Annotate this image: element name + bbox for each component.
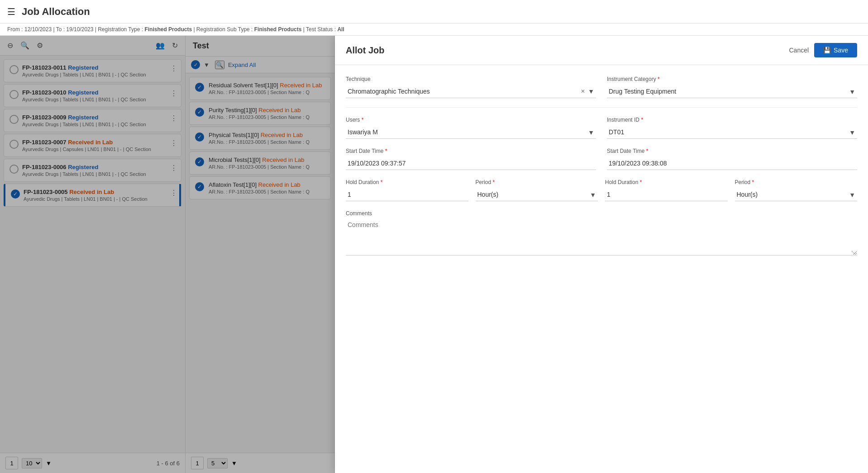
allot-body: Technique Chromatographic Techniques ✕ ▼…	[335, 65, 868, 473]
period-right-group: Period * Hour(s) Minute(s) Day(s) ▼	[735, 179, 858, 201]
hold-duration-right-input[interactable]	[605, 188, 728, 201]
period-left-group: Period * Hour(s) Minute(s) Day(s) ▼	[476, 179, 598, 201]
period-left-required: *	[493, 179, 495, 185]
hold-duration-right-required: *	[640, 179, 642, 185]
from-label: From :	[7, 26, 23, 33]
technique-clear-icon[interactable]: ✕	[581, 88, 585, 95]
from-value: 12/10/2023	[24, 26, 52, 33]
hold-duration-left-input[interactable]	[346, 188, 468, 201]
period-left-select[interactable]: Hour(s) Minute(s) Day(s)	[476, 188, 598, 201]
start-datetime-right-required: *	[646, 148, 649, 154]
comments-textarea[interactable]	[346, 219, 857, 255]
comments-group: Comments ⤡	[346, 210, 857, 257]
reg-sub-value: Finished Products	[254, 26, 302, 33]
allot-job-panel: Allot Job Cancel 💾 Save Technique Chroma…	[335, 36, 868, 473]
hold-duration-right-group: Hold Duration *	[605, 179, 728, 201]
instrument-category-required: *	[658, 76, 660, 82]
allot-header: Allot Job Cancel 💾 Save	[335, 36, 868, 65]
reg-sub-label: | Registration Sub Type :	[193, 26, 253, 33]
technique-value: Chromatographic Techniques	[348, 88, 581, 95]
form-row-4: Hold Duration * Period * Hour(s) Minute(…	[346, 179, 857, 201]
technique-label: Technique	[346, 76, 596, 82]
cancel-button[interactable]: Cancel	[789, 47, 809, 54]
hold-duration-left-required: *	[381, 179, 383, 185]
resize-icon: ⤡	[851, 249, 855, 255]
hold-duration-left-label: Hold Duration *	[346, 179, 468, 185]
reg-type-value: Finished Products	[144, 26, 192, 33]
instrument-category-select-wrapper: Drug Testing Equipment ▼	[607, 85, 857, 98]
divider-1	[346, 107, 857, 108]
period-right-select[interactable]: Hour(s) Minute(s) Day(s)	[735, 188, 858, 201]
start-datetime-left-input[interactable]	[346, 157, 596, 170]
technique-group: Technique Chromatographic Techniques ✕ ▼	[346, 76, 596, 98]
start-datetime-left-required: *	[385, 148, 387, 154]
app-header: ☰ Job Allocation	[0, 0, 868, 24]
instrument-id-select-wrapper: DT01 ▼	[607, 126, 857, 139]
users-select-wrapper: Iswariya M ▼	[346, 126, 596, 139]
save-label: Save	[834, 47, 848, 54]
test-status-value: All	[337, 26, 344, 33]
start-datetime-right-input[interactable]	[607, 157, 857, 170]
start-datetime-right-group: Start Date Time *	[607, 148, 857, 170]
comments-label: Comments	[346, 210, 857, 217]
menu-icon[interactable]: ☰	[7, 6, 15, 17]
save-disk-icon: 💾	[823, 47, 831, 54]
technique-field[interactable]: Chromatographic Techniques ✕ ▼	[346, 85, 596, 98]
users-required: *	[362, 117, 364, 123]
instrument-category-select[interactable]: Drug Testing Equipment	[607, 85, 857, 98]
users-group: Users * Iswariya M ▼	[346, 117, 596, 139]
period-left-label: Period *	[476, 179, 598, 185]
hold-duration-left-group: Hold Duration *	[346, 179, 468, 201]
users-label: Users *	[346, 117, 596, 123]
comments-wrapper: ⤡	[346, 219, 857, 257]
start-datetime-left-group: Start Date Time *	[346, 148, 596, 170]
form-row-2: Users * Iswariya M ▼ Instrument ID *	[346, 117, 857, 139]
test-status-label: | Test Status :	[303, 26, 336, 33]
main-content: ⊖ 🔍 ⚙ 👥 ↻ FP-181023-0011 Registered Ayur…	[0, 36, 868, 473]
form-row-1: Technique Chromatographic Techniques ✕ ▼…	[346, 76, 857, 98]
hold-duration-right-label: Hold Duration *	[605, 179, 728, 185]
period-right-label: Period *	[735, 179, 858, 185]
reg-type-label: | Registration Type :	[95, 26, 143, 33]
filter-bar: From : 12/10/2023 | To : 19/10/2023 | Re…	[0, 24, 868, 36]
period-left-select-wrapper: Hour(s) Minute(s) Day(s) ▼	[476, 188, 598, 201]
start-datetime-left-label: Start Date Time *	[346, 148, 596, 154]
instrument-id-select[interactable]: DT01	[607, 126, 857, 139]
instrument-id-required: *	[641, 117, 643, 123]
instrument-id-label: Instrument ID *	[607, 117, 857, 123]
technique-chevron-icon[interactable]: ▼	[588, 88, 594, 95]
instrument-category-group: Instrument Category * Drug Testing Equip…	[607, 76, 857, 98]
to-value: 19/10/2023	[66, 26, 93, 33]
start-datetime-right-label: Start Date Time *	[607, 148, 857, 154]
instrument-id-group: Instrument ID * DT01 ▼	[607, 117, 857, 139]
period-right-required: *	[752, 179, 754, 185]
allot-header-actions: Cancel 💾 Save	[789, 43, 857, 57]
allot-title: Allot Job	[346, 45, 385, 56]
save-button[interactable]: 💾 Save	[814, 43, 857, 57]
form-row-3: Start Date Time * Start Date Time *	[346, 148, 857, 170]
users-select[interactable]: Iswariya M	[346, 126, 596, 139]
period-right-select-wrapper: Hour(s) Minute(s) Day(s) ▼	[735, 188, 858, 201]
page-title: Job Allocation	[22, 6, 90, 18]
instrument-category-label: Instrument Category *	[607, 76, 857, 82]
to-label: | To :	[53, 26, 65, 33]
